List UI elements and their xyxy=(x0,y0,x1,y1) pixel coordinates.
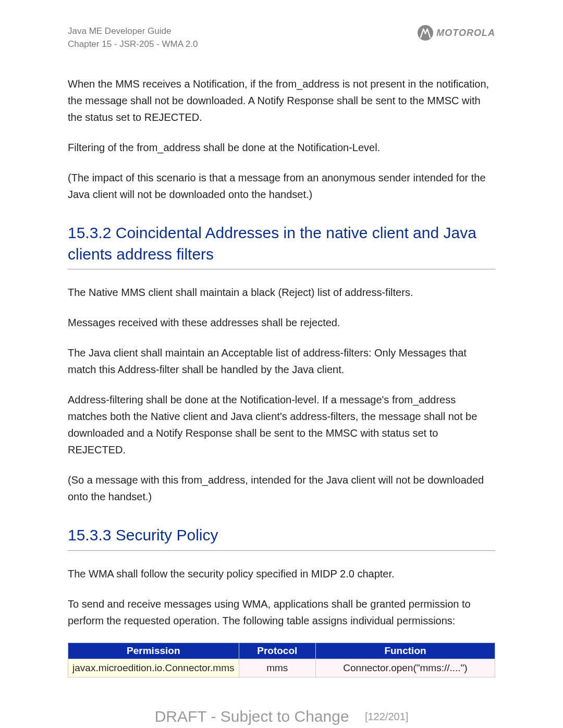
paragraph: The WMA shall follow the security policy… xyxy=(68,565,495,582)
guide-title: Java ME Developer Guide xyxy=(68,25,198,38)
cell-protocol: mms xyxy=(239,659,315,677)
cell-permission: javax.microedition.io.Connector.mms xyxy=(68,659,239,677)
permissions-table: Permission Protocol Function javax.micro… xyxy=(68,643,495,677)
draft-watermark: DRAFT - Subject to Change xyxy=(155,708,349,725)
page-footer: DRAFT - Subject to Change [122/201] xyxy=(68,708,495,725)
page-number: [122/201] xyxy=(365,711,408,722)
motorola-logo: MOTOROLA xyxy=(418,25,495,41)
motorola-logo-text: MOTOROLA xyxy=(436,28,495,39)
col-function: Function xyxy=(316,643,495,659)
paragraph: The Java client shall maintain an Accept… xyxy=(68,344,495,378)
table-row: javax.microedition.io.Connector.mms mms … xyxy=(68,659,495,677)
col-protocol: Protocol xyxy=(239,643,315,659)
page-header: Java ME Developer Guide Chapter 15 - JSR… xyxy=(68,25,495,51)
paragraph: Address-filtering shall be done at the N… xyxy=(68,391,495,458)
cell-function: Connector.open("mms://....") xyxy=(316,659,495,677)
paragraph: The Native MMS client shall maintain a b… xyxy=(68,284,495,301)
paragraph: When the MMS receives a Notification, if… xyxy=(68,76,495,126)
col-permission: Permission xyxy=(68,643,239,659)
chapter-line: Chapter 15 - JSR-205 - WMA 2.0 xyxy=(68,38,198,51)
document-page: Java ME Developer Guide Chapter 15 - JSR… xyxy=(0,0,563,728)
paragraph: (So a message with this from_address, in… xyxy=(68,472,495,505)
section-heading-coincidental-addresses: 15.3.2 Coincidental Addresses in the nat… xyxy=(68,223,495,269)
header-meta: Java ME Developer Guide Chapter 15 - JSR… xyxy=(68,25,198,51)
table-header-row: Permission Protocol Function xyxy=(68,643,495,659)
paragraph: Messages received with these addresses s… xyxy=(68,314,495,331)
paragraph: Filtering of the from_address shall be d… xyxy=(68,139,495,156)
motorola-logo-icon xyxy=(418,25,433,41)
paragraph: (The impact of this scenario is that a m… xyxy=(68,169,495,203)
paragraph: To send and receive messages using WMA, … xyxy=(68,596,495,629)
section-heading-security-policy: 15.3.3 Security Policy xyxy=(68,525,495,551)
